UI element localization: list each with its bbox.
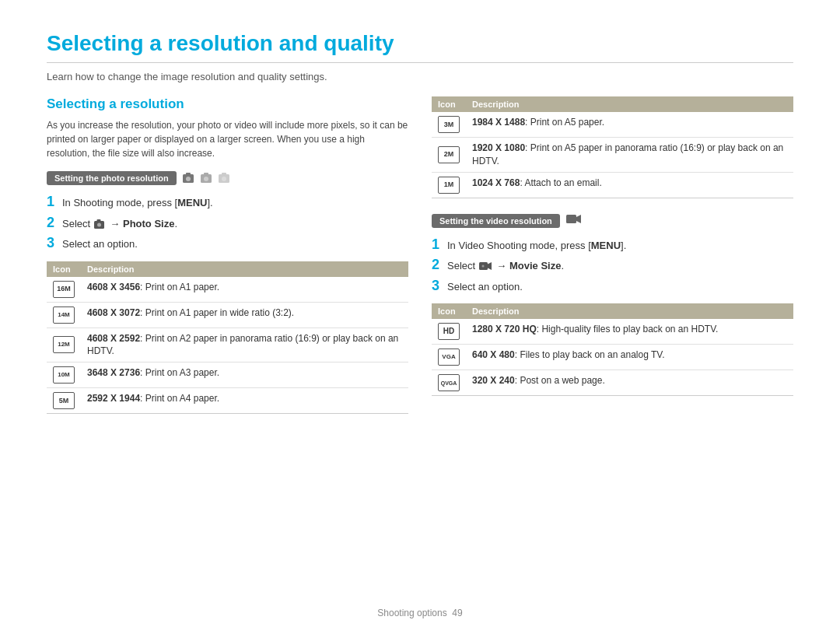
desc-cell: 1984 X 1488: Print on A5 paper. [466, 112, 793, 138]
camera-icon-3 [219, 173, 233, 184]
icon-cell: 3M [432, 112, 466, 138]
icon-cell: 16M [47, 277, 81, 303]
video-camcorder-icon [566, 214, 582, 225]
video-badge-row: Setting the video resolution [432, 214, 793, 228]
camera-step-icon [94, 219, 107, 229]
right-top-header: Icon Description [432, 96, 793, 112]
right-col-icon: Icon [432, 96, 466, 112]
video-steps: 1 In Video Shooting mode, press [MENU]. … [432, 237, 793, 295]
desc-cell: 1024 X 768: Attach to an email. [466, 172, 793, 198]
two-column-layout: Selecting a resolution As you increase t… [47, 96, 793, 414]
icon-cell: 10M [47, 363, 81, 388]
icon-qvga: QVGA [438, 374, 460, 391]
svg-point-11 [97, 222, 101, 226]
table-row: 14M 4608 X 3072: Print on A1 paper in wi… [47, 302, 408, 328]
desc-cell: 2592 X 1944: Print on A4 paper. [81, 388, 408, 414]
icon-2m: 2M [438, 146, 460, 163]
svg-point-2 [186, 177, 191, 181]
svg-point-8 [222, 177, 226, 181]
icon-cell: 1M [432, 172, 466, 198]
table-row: 1M 1024 X 768: Attach to an email. [432, 172, 793, 198]
svg-point-16 [481, 265, 484, 268]
photo-step-2: 2 Select → Photo Size. [47, 215, 408, 232]
photo-icon-group [183, 173, 233, 184]
video-col-icon: Icon [432, 303, 466, 319]
icon-10m: 10M [53, 366, 75, 384]
section-heading: Selecting a resolution [47, 96, 408, 112]
icon-12m: 12M [53, 336, 75, 353]
table-row: 12M 4608 X 2592: Print on A2 paper in pa… [47, 328, 408, 363]
photo-col-desc: Description [81, 261, 408, 277]
icon-cell: 2M [432, 138, 466, 173]
left-column: Selecting a resolution As you increase t… [47, 96, 408, 414]
svg-rect-10 [96, 219, 100, 222]
svg-rect-1 [186, 173, 191, 175]
icon-cell: 12M [47, 328, 81, 363]
desc-cell: 4608 X 3456: Print on A1 paper. [81, 277, 408, 303]
icon-cell: QVGA [432, 370, 466, 396]
svg-rect-12 [566, 215, 576, 223]
svg-marker-15 [488, 262, 492, 270]
desc-cell: 640 X 480: Files to play back on an anal… [466, 345, 793, 370]
table-row: 2M 1920 X 1080: Print on A5 paper in pan… [432, 138, 793, 173]
table-row: 16M 4608 X 3456: Print on A1 paper. [47, 277, 408, 303]
desc-cell: 4608 X 2592: Print on A2 paper in panora… [81, 328, 408, 363]
icon-1m: 1M [438, 177, 460, 194]
page-container: Selecting a resolution and quality Learn… [0, 0, 840, 437]
table-row: 3M 1984 X 1488: Print on A5 paper. [432, 112, 793, 138]
table-row: 5M 2592 X 1944: Print on A4 paper. [47, 388, 408, 414]
video-step-3: 3 Select an option. [432, 278, 793, 295]
icon-cell: HD [432, 319, 466, 345]
photo-step-1: 1 In Shooting mode, press [MENU]. [47, 194, 408, 211]
photo-step-3: 3 Select an option. [47, 236, 408, 252]
table-row: 10M 3648 X 2736: Print on A3 paper. [47, 363, 408, 388]
photo-steps: 1 In Shooting mode, press [MENU]. 2 Sele… [47, 194, 408, 252]
footer-text: Shooting options [377, 608, 446, 618]
svg-marker-13 [576, 215, 581, 223]
photo-table: Icon Description 16M 4608 X 3456: Print … [47, 261, 408, 415]
table-row: QVGA 320 X 240: Post on a web page. [432, 370, 793, 396]
desc-cell: 1280 X 720 HQ: High-quality files to pla… [466, 319, 793, 345]
icon-16m: 16M [53, 281, 75, 298]
right-column: Icon Description 3M 1984 X 1488: Print o… [432, 96, 793, 414]
footer: Shooting options 49 [0, 608, 840, 618]
video-badge: Setting the video resolution [432, 214, 560, 228]
photo-badge: Setting the photo resolution [47, 171, 177, 185]
photo-badge-row: Setting the photo resolution [47, 171, 408, 185]
camera-icon-2 [201, 173, 215, 184]
table-row: HD 1280 X 720 HQ: High-quality files to … [432, 319, 793, 345]
table-row: VGA 640 X 480: Files to play back on an … [432, 345, 793, 370]
icon-cell: 5M [47, 388, 81, 414]
icon-3m: 3M [438, 116, 460, 133]
svg-rect-7 [222, 173, 226, 175]
video-col-desc: Description [466, 303, 793, 319]
video-step-2: 2 Select → Movie Size. [432, 257, 793, 274]
photo-table-header: Icon Description [47, 261, 408, 277]
page-title: Selecting a resolution and quality [47, 31, 793, 56]
svg-rect-4 [204, 173, 208, 175]
video-table-header: Icon Description [432, 303, 793, 319]
section-desc: As you increase the resolution, your pho… [47, 118, 408, 160]
icon-vga: VGA [438, 349, 460, 366]
desc-cell: 320 X 240: Post on a web page. [466, 370, 793, 396]
desc-cell: 4608 X 3072: Print on A1 paper in wide r… [81, 302, 408, 328]
desc-cell: 3648 X 2736: Print on A3 paper. [81, 363, 408, 388]
photo-col-icon: Icon [47, 261, 81, 277]
page-divider [47, 62, 793, 63]
photo-table-continued: Icon Description 3M 1984 X 1488: Print o… [432, 96, 793, 198]
icon-cell: 14M [47, 302, 81, 328]
video-icon-group [566, 214, 582, 228]
icon-hd: HD [438, 323, 460, 340]
desc-cell: 1920 X 1080: Print on A5 paper in panora… [466, 138, 793, 173]
page-subtitle: Learn how to change the image resolution… [47, 71, 793, 82]
camera-icon-1 [183, 173, 197, 184]
svg-point-5 [204, 177, 208, 181]
icon-5m: 5M [53, 392, 75, 409]
footer-page-num: 49 [452, 608, 462, 618]
video-table: Icon Description HD 1280 X 720 HQ: High-… [432, 303, 793, 396]
right-col-desc: Description [466, 96, 793, 112]
video-step-icon [479, 261, 493, 271]
video-step-1: 1 In Video Shooting mode, press [MENU]. [432, 237, 793, 254]
icon-cell: VGA [432, 345, 466, 370]
icon-14m: 14M [53, 306, 75, 324]
